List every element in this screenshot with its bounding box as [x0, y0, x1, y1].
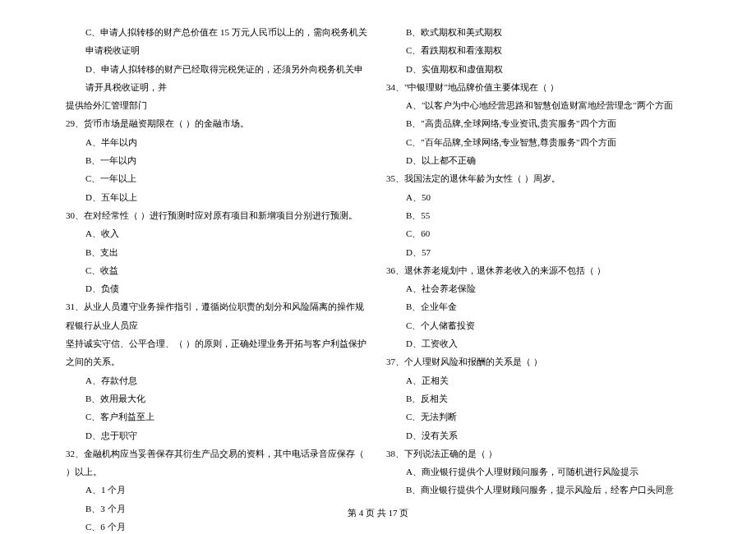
text-line: C、看跌期权和看涨期权 — [386, 41, 690, 59]
text-line: 38、下列说法正确的是（ ） — [386, 444, 690, 463]
text-line: 32、金融机构应当妥善保存其衍生产品交易的资料，其中电话录音应保存（ ）以上。 — [66, 444, 370, 481]
text-line: C、6 个月 — [66, 518, 370, 534]
text-line: C、一年以上 — [66, 169, 370, 187]
text-line: B、"高贵品牌,全球网络,专业资讯,贵宾服务"四个方面 — [386, 114, 690, 132]
text-line: D、57 — [386, 243, 690, 261]
text-line: A、半年以内 — [66, 133, 370, 151]
text-line: A、正相关 — [386, 371, 690, 389]
text-line: A、"以客户为中心地经营思路和智慧创造财富地经营理念"两个方面 — [386, 96, 690, 114]
text-line: A、收入 — [66, 224, 370, 242]
text-line: C、60 — [386, 224, 690, 242]
text-line: D、忠于职守 — [66, 426, 370, 444]
text-line: 37、个人理财风险和报酬的关系是（ ） — [386, 352, 690, 371]
text-line: B、商业银行提供个人理财顾问服务，提示风险后，经客户口头同意 — [386, 481, 690, 499]
text-line: D、负债 — [66, 279, 370, 297]
text-line: 提供给外汇管理部门 — [66, 96, 370, 114]
text-line: A、社会养老保险 — [386, 279, 690, 297]
text-line: B、企业年金 — [386, 297, 690, 315]
text-line: 29、货币市场是融资期限在（ ）的金融市场。 — [66, 114, 370, 132]
text-line: 36、退休养老规划中，退休养老收入的来源不包括（ ） — [386, 261, 690, 279]
page-footer: 第 4 页 共 17 页 — [0, 507, 756, 519]
right-column: B、欧式期权和美式期权C、看跌期权和看涨期权D、实值期权和虚值期权34、"中银理… — [386, 23, 690, 534]
text-line: 坚持诚实守信、公平合理、（ ）的原则，正确处理业务开拓与客户利益保护之间的关系。 — [66, 334, 370, 371]
text-line: A、存款付息 — [66, 371, 370, 389]
text-line: C、申请人拟转移的财产总价值在 15 万元人民币以上的，需向税务机关申请税收证明 — [66, 23, 370, 60]
text-line: A、1 个月 — [66, 481, 370, 499]
text-line: B、55 — [386, 206, 690, 224]
text-line: B、一年以内 — [66, 151, 370, 169]
text-line: C、无法判断 — [386, 407, 690, 426]
text-line: B、支出 — [66, 243, 370, 261]
text-line: C、个人储蓄投资 — [386, 316, 690, 334]
text-line: B、效用最大化 — [66, 389, 370, 407]
left-column: C、申请人拟转移的财产总价值在 15 万元人民币以上的，需向税务机关申请税收证明… — [66, 23, 370, 534]
text-line: C、收益 — [66, 261, 370, 279]
text-line: B、反相关 — [386, 389, 690, 407]
text-line: A、50 — [386, 188, 690, 206]
text-line: 30、在对经常性（ ）进行预测时应对原有项目和新增项目分别进行预测。 — [66, 206, 370, 224]
text-line: C、客户利益至上 — [66, 407, 370, 426]
text-line: 34、"中银理财"地品牌价值主要体现在（ ） — [386, 78, 690, 96]
text-line: D、实值期权和虚值期权 — [386, 60, 690, 78]
text-line: A、商业银行提供个人理财顾问服务，可随机进行风险提示 — [386, 463, 690, 481]
text-line: D、没有关系 — [386, 426, 690, 444]
text-line: C、"百年品牌,全球网络,专业智慧,尊贵服务"四个方面 — [386, 133, 690, 151]
text-line: D、工资收入 — [386, 334, 690, 352]
text-line: D、申请人拟转移的财产已经取得完税凭证的，还须另外向税务机关申请开具税收证明，并 — [66, 60, 370, 97]
text-line: D、以上都不正确 — [386, 151, 690, 169]
text-line: B、欧式期权和美式期权 — [386, 23, 690, 41]
text-line: 35、我国法定的退休年龄为女性（ ）周岁。 — [386, 169, 690, 187]
text-line: 31、从业人员遵守业务操作指引，遵循岗位职责的划分和风险隔离的操作规程银行从业人… — [66, 297, 370, 334]
text-line: D、五年以上 — [66, 188, 370, 206]
